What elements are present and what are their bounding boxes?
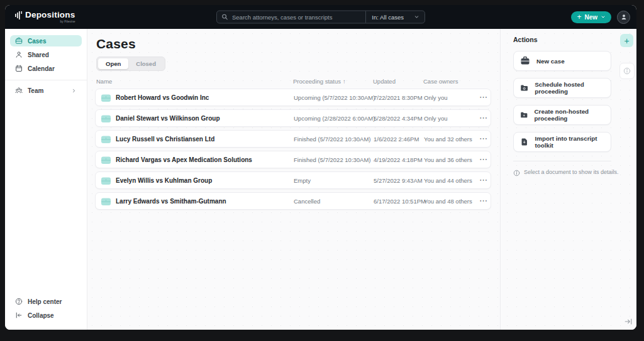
search-box: In: All cases [216,11,425,24]
tab-open[interactable]: Open [98,58,128,69]
sidebar-item-collapse[interactable]: Collapse [10,310,82,321]
action-label: Import into transcript toolkit [535,135,604,149]
sidebar-divider [5,80,87,80]
case-owners: You and 44 others [424,177,478,184]
row-menu-button[interactable]: ⋯ [478,155,489,164]
document-import-icon [520,137,528,147]
action-label: Schedule hosted proceeding [535,81,604,95]
panel-divider [513,161,611,161]
table-row[interactable]: Robert Howard vs Goodwin Inc Upcoming (5… [95,89,491,106]
column-name[interactable]: Name [96,78,293,85]
case-icon [101,175,111,186]
row-menu-button[interactable]: ⋯ [478,114,489,122]
case-name: Evelyn Willis vs Kuhlman Group [116,177,294,184]
sidebar: Cases Shared Calendar Team Help center [5,29,87,330]
add-action-button[interactable]: + [620,34,633,47]
case-name: Lucy Russell vs Christiansen Ltd [116,136,294,143]
case-owners: Only you [424,115,478,122]
sidebar-item-shared[interactable]: Shared [10,49,82,60]
cases-main: Cases Open Closed Name Proceeding status… [87,29,500,330]
collapse-left-icon [15,311,23,319]
case-icon [101,154,111,165]
case-icon [101,92,111,103]
help-icon [15,298,23,305]
details-tab[interactable] [619,63,635,79]
actions-title: Actions [513,36,538,43]
sidebar-item-calendar[interactable]: Calendar [10,63,82,74]
case-owners: You and 48 others [424,198,478,205]
folder-plus-icon [520,110,528,120]
sidebar-item-label: Team [28,87,66,94]
sidebar-item-team[interactable]: Team [10,85,82,96]
row-menu-button[interactable]: ⋯ [478,176,489,185]
person-icon [620,13,628,21]
logo-text: Depositions by Filevine [25,11,75,23]
person-share-icon [15,51,23,58]
row-menu-button[interactable]: ⋯ [478,134,489,143]
sidebar-item-label: Collapse [28,312,77,319]
sidebar-item-cases[interactable]: Cases [10,35,82,46]
search-icon [221,14,228,21]
app-subtitle: by Filevine [25,19,75,23]
tab-closed[interactable]: Closed [128,58,164,69]
case-status: Upcoming (5/7/2022 10:30AM) [294,94,374,101]
sidebar-item-label: Help center [28,298,77,305]
case-owners: Only you [424,94,478,101]
app-window: Depositions by Filevine In: All cases [5,5,636,330]
column-updated[interactable]: Updated [373,78,423,85]
page-title: Cases [96,36,491,51]
case-status: Finished (5/7/2022 10:30AM) [294,156,374,163]
new-case-button[interactable]: New case [513,51,611,71]
create-non-hosted-proceeding-button[interactable]: Create non-hosted proceeding [513,105,611,125]
sidebar-item-help-center[interactable]: Help center [10,296,82,307]
sidebar-item-label: Cases [28,38,77,45]
case-updated: 6/17/2022 10:51PM [374,198,424,205]
global-search: In: All cases [216,11,425,24]
app-title: Depositions [25,11,75,19]
row-menu-button[interactable]: ⋯ [478,93,489,102]
search-scope-select[interactable]: In: All cases [365,11,425,23]
table-row[interactable]: Evelyn Willis vs Kuhlman Group Empty 5/2… [95,171,491,189]
table-row[interactable]: Larry Edwards vs Smitham-Gutmann Cancell… [95,192,491,210]
sidebar-spacer [5,99,87,296]
briefcase-icon [520,56,530,66]
new-button[interactable]: + New [571,11,611,23]
column-case-owners[interactable]: Case owners [423,78,477,85]
case-icon [101,134,111,144]
import-transcript-toolkit-button[interactable]: Import into transcript toolkit [513,132,611,152]
schedule-hosted-proceeding-button[interactable]: Schedule hosted proceeding [513,78,611,98]
case-status: Cancelled [294,198,374,205]
case-name: Larry Edwards vs Smitham-Gutmann [116,198,294,205]
expand-panel-button[interactable] [624,317,633,326]
sidebar-item-label: Shared [28,51,77,58]
actions-panel: Actions + New case Schedule hosted proce… [500,29,636,330]
chevron-right-icon [71,88,77,94]
chevron-down-icon [414,14,419,20]
case-status: Empty [294,177,374,184]
table-row[interactable]: Lucy Russell vs Christiansen Ltd Finishe… [95,130,491,148]
team-icon [15,87,23,94]
table-row[interactable]: Richard Vargas vs Apex Medication Soluti… [95,151,491,168]
details-hint-text: Select a document to show its details. [524,169,619,175]
briefcase-icon [15,37,23,45]
search-scope-value: In: All cases [372,14,404,21]
sidebar-item-label: Calendar [28,65,77,72]
case-icon [101,113,111,124]
app-logo[interactable]: Depositions by Filevine [15,11,75,23]
column-proceeding-status[interactable]: Proceeding status↑ [293,78,373,85]
case-updated: 1/6/2022 2:46PM [374,136,424,143]
topbar: Depositions by Filevine In: All cases [5,5,636,29]
case-status: Finished (5/7/2022 10:30AM) [294,136,374,143]
avatar[interactable] [617,11,630,24]
action-label: Create non-hosted proceeding [535,108,604,122]
search-input[interactable] [232,14,365,21]
table-header: Name Proceeding status↑ Updated Case own… [95,78,491,85]
case-owners: You and 32 others [424,136,478,143]
table-row[interactable]: Daniel Stewart vs Wilkinson Group Upcomi… [95,109,491,127]
case-updated: 5/28/2022 4:34PM [374,115,424,122]
row-menu-button[interactable]: ⋯ [478,197,489,205]
case-updated: 5/27/2022 9:43AM [374,177,424,184]
case-icon [101,196,111,207]
waveform-logo-icon [15,11,23,19]
actions-header: Actions [513,36,620,43]
